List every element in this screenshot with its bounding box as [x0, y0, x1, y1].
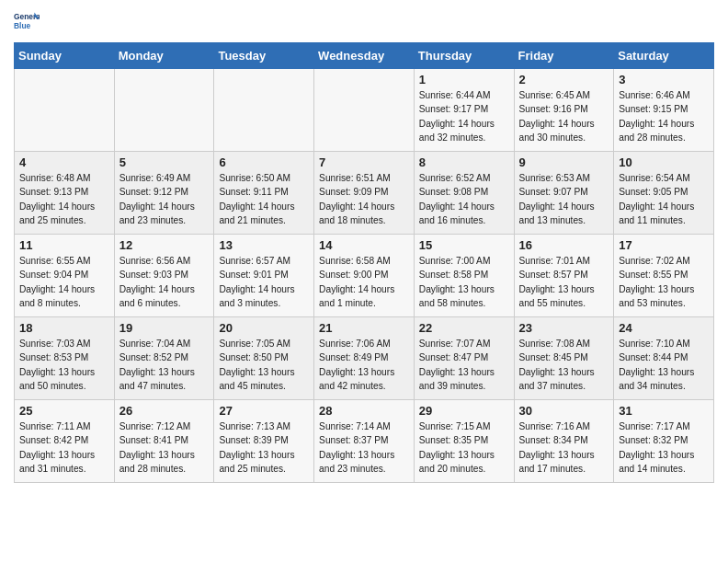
svg-text:Blue: Blue: [14, 21, 30, 30]
calendar-week-row: 18Sunrise: 7:03 AM Sunset: 8:53 PM Dayli…: [15, 317, 714, 400]
calendar-header-row: SundayMondayTuesdayWednesdayThursdayFrid…: [15, 43, 714, 69]
day-detail: Sunrise: 6:57 AM Sunset: 9:01 PM Dayligh…: [219, 254, 309, 310]
calendar-cell: 21Sunrise: 7:06 AM Sunset: 8:49 PM Dayli…: [314, 317, 415, 400]
calendar-week-row: 25Sunrise: 7:11 AM Sunset: 8:42 PM Dayli…: [15, 400, 714, 483]
day-number: 21: [319, 321, 409, 335]
day-number: 9: [519, 155, 609, 169]
day-number: 24: [619, 321, 709, 335]
day-detail: Sunrise: 7:11 AM Sunset: 8:42 PM Dayligh…: [19, 419, 109, 476]
calendar-cell: 1Sunrise: 6:44 AM Sunset: 9:17 PM Daylig…: [414, 69, 514, 152]
day-number: 3: [619, 73, 709, 86]
calendar-cell: 19Sunrise: 7:04 AM Sunset: 8:52 PM Dayli…: [114, 317, 214, 400]
day-detail: Sunrise: 7:00 AM Sunset: 8:58 PM Dayligh…: [419, 254, 509, 310]
day-number: 27: [219, 404, 309, 418]
calendar-cell: 15Sunrise: 7:00 AM Sunset: 8:58 PM Dayli…: [414, 235, 514, 317]
calendar-cell: 2Sunrise: 6:45 AM Sunset: 9:16 PM Daylig…: [514, 69, 614, 152]
calendar-cell: 4Sunrise: 6:48 AM Sunset: 9:13 PM Daylig…: [15, 152, 115, 235]
day-detail: Sunrise: 6:44 AM Sunset: 9:17 PM Dayligh…: [419, 88, 509, 144]
day-detail: Sunrise: 7:08 AM Sunset: 8:45 PM Dayligh…: [519, 337, 609, 393]
calendar-cell: [314, 69, 415, 152]
day-number: 19: [119, 321, 210, 335]
day-number: 14: [319, 238, 409, 252]
day-number: 1: [419, 73, 509, 86]
day-header-saturday: Saturday: [614, 43, 714, 69]
day-detail: Sunrise: 7:02 AM Sunset: 8:55 PM Dayligh…: [619, 254, 709, 310]
calendar-week-row: 4Sunrise: 6:48 AM Sunset: 9:13 PM Daylig…: [15, 152, 714, 235]
day-detail: Sunrise: 7:04 AM Sunset: 8:52 PM Dayligh…: [119, 337, 210, 393]
day-number: 13: [219, 238, 309, 252]
calendar-cell: 20Sunrise: 7:05 AM Sunset: 8:50 PM Dayli…: [214, 317, 314, 400]
day-number: 29: [419, 404, 509, 418]
day-detail: Sunrise: 7:07 AM Sunset: 8:47 PM Dayligh…: [419, 337, 509, 393]
calendar-week-row: 11Sunrise: 6:55 AM Sunset: 9:04 PM Dayli…: [15, 235, 714, 317]
calendar-cell: 17Sunrise: 7:02 AM Sunset: 8:55 PM Dayli…: [614, 235, 714, 317]
calendar-cell: 25Sunrise: 7:11 AM Sunset: 8:42 PM Dayli…: [15, 400, 115, 483]
logo: General Blue: [14, 9, 43, 35]
day-detail: Sunrise: 7:05 AM Sunset: 8:50 PM Dayligh…: [219, 337, 309, 393]
calendar-cell: 13Sunrise: 6:57 AM Sunset: 9:01 PM Dayli…: [214, 235, 314, 317]
calendar-cell: 3Sunrise: 6:46 AM Sunset: 9:15 PM Daylig…: [614, 69, 714, 152]
calendar-cell: 5Sunrise: 6:49 AM Sunset: 9:12 PM Daylig…: [114, 152, 214, 235]
calendar-cell: 9Sunrise: 6:53 AM Sunset: 9:07 PM Daylig…: [514, 152, 614, 235]
day-number: 7: [319, 155, 409, 169]
day-header-monday: Monday: [114, 43, 214, 69]
calendar-cell: 6Sunrise: 6:50 AM Sunset: 9:11 PM Daylig…: [214, 152, 314, 235]
day-detail: Sunrise: 6:50 AM Sunset: 9:11 PM Dayligh…: [219, 171, 309, 227]
calendar-cell: 23Sunrise: 7:08 AM Sunset: 8:45 PM Dayli…: [514, 317, 614, 400]
day-detail: Sunrise: 6:53 AM Sunset: 9:07 PM Dayligh…: [519, 171, 609, 227]
calendar-cell: 16Sunrise: 7:01 AM Sunset: 8:57 PM Dayli…: [514, 235, 614, 317]
day-number: 23: [519, 321, 609, 335]
calendar-cell: 30Sunrise: 7:16 AM Sunset: 8:34 PM Dayli…: [514, 400, 614, 483]
calendar-cell: 11Sunrise: 6:55 AM Sunset: 9:04 PM Dayli…: [15, 235, 115, 317]
calendar-cell: 18Sunrise: 7:03 AM Sunset: 8:53 PM Dayli…: [15, 317, 115, 400]
day-number: 12: [119, 238, 210, 252]
day-detail: Sunrise: 6:58 AM Sunset: 9:00 PM Dayligh…: [319, 254, 409, 310]
day-header-tuesday: Tuesday: [214, 43, 314, 69]
day-number: 11: [19, 238, 109, 252]
day-number: 4: [19, 155, 109, 169]
calendar-cell: 7Sunrise: 6:51 AM Sunset: 9:09 PM Daylig…: [314, 152, 415, 235]
calendar-cell: [214, 69, 314, 152]
day-number: 31: [619, 404, 709, 418]
calendar-cell: 27Sunrise: 7:13 AM Sunset: 8:39 PM Dayli…: [214, 400, 314, 483]
calendar-cell: 10Sunrise: 6:54 AM Sunset: 9:05 PM Dayli…: [614, 152, 714, 235]
day-header-sunday: Sunday: [15, 43, 115, 69]
day-header-wednesday: Wednesday: [314, 43, 415, 69]
day-detail: Sunrise: 7:16 AM Sunset: 8:34 PM Dayligh…: [519, 419, 609, 476]
calendar-cell: 29Sunrise: 7:15 AM Sunset: 8:35 PM Dayli…: [414, 400, 514, 483]
day-number: 5: [119, 155, 210, 169]
day-number: 20: [219, 321, 309, 335]
day-number: 30: [519, 404, 609, 418]
calendar-cell: 24Sunrise: 7:10 AM Sunset: 8:44 PM Dayli…: [614, 317, 714, 400]
day-header-thursday: Thursday: [414, 43, 514, 69]
day-detail: Sunrise: 6:49 AM Sunset: 9:12 PM Dayligh…: [119, 171, 210, 227]
day-detail: Sunrise: 7:14 AM Sunset: 8:37 PM Dayligh…: [319, 419, 409, 476]
day-detail: Sunrise: 6:45 AM Sunset: 9:16 PM Dayligh…: [519, 88, 609, 144]
day-number: 26: [119, 404, 210, 418]
day-detail: Sunrise: 7:12 AM Sunset: 8:41 PM Dayligh…: [119, 419, 210, 476]
day-detail: Sunrise: 7:17 AM Sunset: 8:32 PM Dayligh…: [619, 419, 709, 476]
day-detail: Sunrise: 6:55 AM Sunset: 9:04 PM Dayligh…: [19, 254, 109, 310]
calendar-cell: 8Sunrise: 6:52 AM Sunset: 9:08 PM Daylig…: [414, 152, 514, 235]
day-number: 16: [519, 238, 609, 252]
day-header-friday: Friday: [514, 43, 614, 69]
day-number: 15: [419, 238, 509, 252]
day-number: 25: [19, 404, 109, 418]
day-number: 17: [619, 238, 709, 252]
calendar-cell: 14Sunrise: 6:58 AM Sunset: 9:00 PM Dayli…: [314, 235, 415, 317]
day-number: 10: [619, 155, 709, 169]
day-detail: Sunrise: 6:48 AM Sunset: 9:13 PM Dayligh…: [19, 171, 109, 227]
logo-icon: General Blue: [14, 9, 40, 35]
calendar-cell: 12Sunrise: 6:56 AM Sunset: 9:03 PM Dayli…: [114, 235, 214, 317]
day-number: 22: [419, 321, 509, 335]
day-detail: Sunrise: 7:13 AM Sunset: 8:39 PM Dayligh…: [219, 419, 309, 476]
calendar-week-row: 1Sunrise: 6:44 AM Sunset: 9:17 PM Daylig…: [15, 69, 714, 152]
day-detail: Sunrise: 7:06 AM Sunset: 8:49 PM Dayligh…: [319, 337, 409, 393]
day-detail: Sunrise: 7:15 AM Sunset: 8:35 PM Dayligh…: [419, 419, 509, 476]
page-header: General Blue: [14, 9, 714, 35]
calendar-cell: 28Sunrise: 7:14 AM Sunset: 8:37 PM Dayli…: [314, 400, 415, 483]
day-number: 18: [19, 321, 109, 335]
day-detail: Sunrise: 7:10 AM Sunset: 8:44 PM Dayligh…: [619, 337, 709, 393]
day-detail: Sunrise: 6:56 AM Sunset: 9:03 PM Dayligh…: [119, 254, 210, 310]
calendar-cell: 26Sunrise: 7:12 AM Sunset: 8:41 PM Dayli…: [114, 400, 214, 483]
